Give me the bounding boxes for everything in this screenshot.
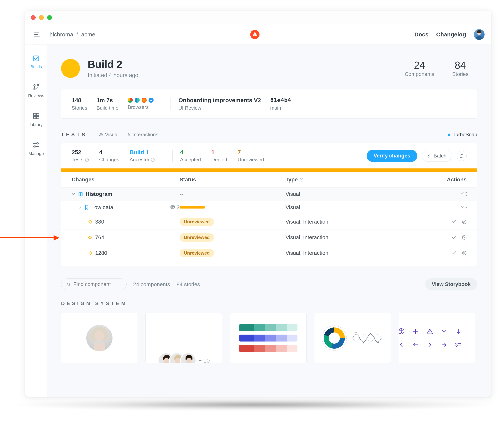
progress-bar (61, 168, 477, 172)
reviews-icon (32, 83, 40, 91)
batch-button[interactable]: Batch (422, 150, 452, 162)
tests-tab-visual[interactable]: Visual (98, 132, 118, 137)
sidebar-item-builds[interactable]: Builds (31, 54, 42, 69)
edge-icon (135, 98, 140, 103)
status-badge: Unreviewed (179, 249, 214, 257)
table-row[interactable]: Low data 2 Visual (61, 201, 477, 214)
sidebar-item-reviews[interactable]: Reviews (28, 83, 44, 98)
window-minimize-icon[interactable] (39, 15, 44, 20)
chevron-left-icon (399, 341, 406, 349)
accept-icon[interactable] (452, 235, 457, 239)
search-icon (67, 282, 71, 287)
breadcrumb[interactable]: hichroma / acme (49, 31, 95, 38)
accept-icon[interactable] (452, 251, 457, 255)
manage-icon (32, 141, 40, 149)
info-browsers: Browsers (128, 98, 163, 110)
component-card[interactable] (230, 313, 307, 363)
help-icon[interactable]: ? (85, 158, 89, 162)
deny-icon[interactable] (462, 219, 467, 224)
tests-tab-interactions[interactable]: Interactions (126, 132, 158, 137)
find-component-input[interactable] (61, 279, 127, 290)
table-row[interactable]: 380 Unreviewed Visual, Interaction (61, 214, 477, 230)
svg-point-6 (37, 84, 39, 86)
sidebar-item-library[interactable]: Library (30, 112, 43, 127)
svg-rect-10 (37, 116, 39, 119)
summary-accepted: 4 Accepted (180, 149, 211, 163)
info-buildtime: 1m 7s Build time (97, 97, 128, 111)
info-stories: 148 Stories (72, 97, 97, 111)
component-card[interactable] (61, 313, 138, 363)
deny-icon[interactable] (462, 235, 467, 240)
gallery-bar: 24 components 84 stories View Storybook (61, 278, 477, 290)
build-status-icon (61, 59, 80, 78)
user-avatar[interactable] (474, 29, 485, 40)
sidebar-item-label: Library (30, 122, 43, 127)
svg-rect-7 (34, 113, 36, 116)
chevron-right-icon[interactable] (79, 206, 82, 209)
eye-icon (98, 132, 103, 137)
table-row[interactable]: 1280 Unreviewed Visual, Interaction (61, 245, 477, 261)
svg-point-4 (34, 84, 35, 86)
tests-title: TESTS (61, 132, 87, 137)
arrow-right-icon (440, 341, 448, 349)
nav-docs[interactable]: Docs (414, 31, 429, 38)
batch-action-icon[interactable] (461, 192, 467, 196)
help-icon[interactable]: ? (300, 178, 303, 181)
turbosnap-indicator[interactable]: TurboSnap (448, 132, 477, 137)
svg-point-25 (465, 192, 465, 193)
svg-text:?: ? (152, 158, 154, 161)
info-pr[interactable]: Onboarding improvements V2 UI Review (178, 97, 270, 111)
app-logo-icon[interactable] (250, 30, 259, 39)
summary-ancestor[interactable]: Build 1 Ancestor ? (130, 149, 165, 163)
svg-rect-31 (171, 206, 175, 208)
svg-point-51 (377, 342, 379, 343)
svg-rect-8 (37, 113, 39, 116)
component-card[interactable] (399, 313, 475, 363)
table-row[interactable]: Histogram -- Visual (61, 187, 477, 201)
app-window: hichroma / acme Docs Changelog (25, 11, 491, 397)
svg-rect-40 (89, 220, 92, 224)
changes-table-header: Changes Status Type ? Actions (61, 172, 477, 187)
svg-line-47 (69, 285, 70, 286)
stat-components: 24 Components (396, 59, 443, 77)
mode-icon (88, 235, 92, 240)
breadcrumb-project[interactable]: acme (81, 31, 95, 37)
build-info-card: 148 Stories 1m 7s Build time (61, 89, 477, 118)
refresh-button[interactable] (457, 151, 467, 161)
chevron-down-icon (440, 327, 448, 336)
batch-action-icon[interactable] (461, 205, 467, 210)
component-card[interactable]: + 10 (146, 313, 222, 363)
window-zoom-icon[interactable] (47, 15, 52, 20)
comment-count[interactable]: 2 (170, 204, 179, 211)
decorative-shadow (13, 399, 494, 411)
sidebar: Builds Reviews Library (25, 45, 47, 397)
firefox-icon (141, 98, 147, 103)
top-bar: hichroma / acme Docs Changelog (25, 24, 491, 45)
svg-point-36 (465, 209, 465, 209)
chevron-right-icon (426, 341, 434, 349)
gallery-section-title: DESIGN SYSTEM (61, 300, 477, 306)
svg-text:?: ? (86, 158, 87, 161)
deny-icon[interactable] (462, 251, 467, 255)
info-commit[interactable]: 81e4b4 main (270, 97, 300, 111)
chevron-down-icon[interactable] (72, 192, 75, 196)
window-titlebar (25, 11, 491, 24)
sidebar-item-manage[interactable]: Manage (29, 141, 44, 156)
window-close-icon[interactable] (31, 15, 36, 20)
plus-icon (411, 327, 420, 336)
svg-point-34 (465, 206, 465, 206)
svg-point-53 (401, 329, 402, 330)
menu-button[interactable] (30, 30, 44, 39)
component-card[interactable] (314, 313, 391, 363)
pointer-icon (126, 132, 130, 137)
breadcrumb-org[interactable]: hichroma (49, 31, 73, 37)
sidebar-item-label: Reviews (28, 93, 44, 98)
table-row[interactable]: 764 Unreviewed Visual, Interaction (61, 230, 477, 245)
nav-changelog[interactable]: Changelog (436, 31, 466, 38)
gallery-stories-count: 84 stories (177, 281, 200, 287)
sidebar-item-label: Builds (31, 64, 42, 69)
view-storybook-button[interactable]: View Storybook (425, 278, 477, 290)
help-icon[interactable]: ? (151, 158, 155, 162)
verify-changes-button[interactable]: Verify changes (367, 150, 417, 162)
accept-icon[interactable] (452, 219, 457, 224)
